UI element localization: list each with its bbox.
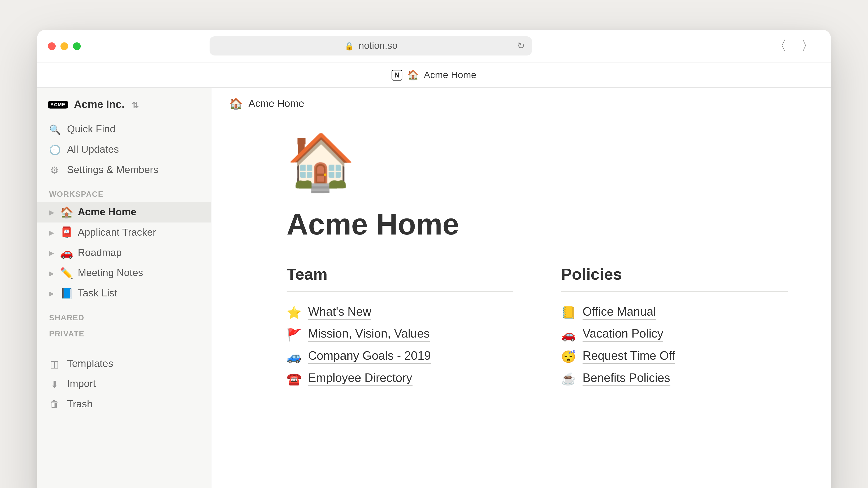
url-bar[interactable]: 🔒 notion.so ↻ (210, 36, 532, 55)
nav-label: Settings & Members (67, 164, 158, 176)
mailbox-icon: 📮 (60, 226, 73, 239)
gear-icon: ⚙ (49, 164, 60, 175)
flag-icon: 🚩 (287, 327, 301, 341)
all-updates-button[interactable]: 🕘 All Updates (37, 140, 211, 160)
caret-right-icon[interactable]: ▶ (49, 229, 55, 236)
sidebar-page-label: Meeting Notes (78, 267, 143, 279)
nav-arrows: 〈 〉 (774, 37, 814, 55)
phone-icon: ☎️ (287, 371, 301, 385)
notion-logo-icon: N (392, 70, 403, 80)
settings-members-button[interactable]: ⚙ Settings & Members (37, 160, 211, 180)
star-icon: ⭐ (287, 305, 301, 319)
link-label: Request Time Off (583, 349, 675, 364)
link-label: Employee Directory (308, 371, 412, 386)
nav-label: Quick Find (67, 123, 116, 135)
import-button[interactable]: ⬇ Import (37, 374, 211, 394)
window-controls (48, 42, 81, 50)
house-icon: 🏠 (60, 206, 73, 219)
link-employee-directory[interactable]: ☎️ Employee Directory (287, 367, 513, 390)
chevrons-up-down-icon: ⇅ (132, 100, 139, 109)
link-whats-new[interactable]: ⭐ What's New (287, 301, 513, 323)
sidebar-page-roadmap[interactable]: ▶ 🚗 Roadmap (37, 242, 211, 263)
pencil-icon: ✏️ (60, 267, 73, 280)
car-icon: 🚙 (287, 349, 301, 363)
workspace-badge-icon: ACME (48, 101, 68, 108)
coffee-icon: ☕ (561, 371, 575, 385)
link-label: Mission, Vision, Values (308, 327, 430, 342)
back-button[interactable]: 〈 (774, 37, 786, 55)
search-icon: 🔍 (49, 124, 60, 135)
link-label: Office Manual (583, 305, 656, 320)
team-heading: Team (287, 265, 513, 292)
link-label: Vacation Policy (583, 327, 663, 342)
notebook-icon: 📘 (60, 287, 73, 300)
nav-label: All Updates (67, 144, 119, 156)
caret-right-icon[interactable]: ▶ (49, 208, 55, 216)
link-mission-vision-values[interactable]: 🚩 Mission, Vision, Values (287, 323, 513, 346)
sleeping-face-icon: 😴 (561, 349, 575, 363)
forward-button[interactable]: 〉 (801, 37, 814, 55)
sidebar-page-meeting-notes[interactable]: ▶ ✏️ Meeting Notes (37, 263, 211, 283)
browser-chrome: 🔒 notion.so ↻ 〈 〉 (37, 30, 831, 63)
caret-right-icon[interactable]: ▶ (49, 249, 55, 257)
policies-column: Policies 📒 Office Manual 🚗 Vacation Poli… (561, 265, 788, 390)
team-column: Team ⭐ What's New 🚩 Mission, Vision, Val… (287, 265, 513, 390)
workspace-picker[interactable]: ACME Acme Inc. ⇅ (37, 95, 211, 119)
section-shared: SHARED (37, 304, 211, 326)
browser-window: 🔒 notion.so ↻ 〈 〉 N 🏠 Acme Home ACME Acm… (37, 30, 831, 488)
section-workspace: WORKSPACE (37, 180, 211, 202)
util-label: Import (67, 378, 96, 390)
trash-button[interactable]: 🗑 Trash (37, 394, 211, 415)
download-icon: ⬇ (49, 379, 60, 390)
link-benefits-policies[interactable]: ☕ Benefits Policies (561, 367, 788, 390)
house-icon: 🏠 (229, 97, 242, 110)
util-label: Templates (67, 358, 113, 370)
car-icon: 🚗 (60, 246, 73, 259)
link-label: What's New (308, 305, 371, 320)
sidebar: ACME Acme Inc. ⇅ 🔍 Quick Find 🕘 All Upda… (37, 88, 211, 488)
url-host: notion.so (359, 41, 397, 52)
sidebar-page-label: Roadmap (78, 247, 122, 259)
lock-icon: 🔒 (344, 41, 354, 51)
quick-find-button[interactable]: 🔍 Quick Find (37, 119, 211, 140)
link-company-goals[interactable]: 🚙 Company Goals - 2019 (287, 346, 513, 367)
tab-emoji: 🏠 (407, 69, 419, 80)
tab-strip: N 🏠 Acme Home (37, 63, 831, 88)
breadcrumb[interactable]: 🏠 Acme Home (229, 97, 807, 110)
minimize-window-button[interactable] (60, 42, 68, 50)
zoom-window-button[interactable] (73, 42, 81, 50)
sidebar-page-task-list[interactable]: ▶ 📘 Task List (37, 283, 211, 304)
link-label: Company Goals - 2019 (308, 349, 431, 364)
policies-heading: Policies (561, 265, 788, 292)
page-title[interactable]: Acme Home (287, 207, 807, 241)
link-vacation-policy[interactable]: 🚗 Vacation Policy (561, 323, 788, 346)
util-label: Trash (67, 398, 92, 411)
caret-right-icon[interactable]: ▶ (49, 290, 55, 297)
page-content: 🏠 Acme Home 🏠 Acme Home Team ⭐ What's Ne… (211, 88, 831, 488)
trash-icon: 🗑 (49, 399, 60, 410)
refresh-icon[interactable]: ↻ (517, 41, 525, 52)
templates-button[interactable]: ◫ Templates (37, 354, 211, 374)
car-icon: 🚗 (561, 327, 575, 341)
section-private: PRIVATE (37, 326, 211, 341)
sidebar-page-label: Task List (78, 287, 117, 299)
clock-icon: 🕘 (49, 144, 60, 156)
page-hero-icon[interactable]: 🏠 (287, 134, 807, 189)
sidebar-page-label: Applicant Tracker (78, 227, 156, 238)
link-request-time-off[interactable]: 😴 Request Time Off (561, 346, 788, 367)
link-office-manual[interactable]: 📒 Office Manual (561, 301, 788, 323)
sidebar-page-label: Acme Home (78, 206, 136, 218)
breadcrumb-title: Acme Home (248, 98, 304, 110)
link-label: Benefits Policies (583, 371, 670, 386)
ledger-icon: 📒 (561, 305, 575, 319)
templates-icon: ◫ (49, 358, 60, 369)
close-window-button[interactable] (48, 42, 56, 50)
tab-title: Acme Home (424, 70, 476, 80)
sidebar-page-applicant-tracker[interactable]: ▶ 📮 Applicant Tracker (37, 223, 211, 243)
sidebar-page-acme-home[interactable]: ▶ 🏠 Acme Home (37, 202, 211, 223)
caret-right-icon[interactable]: ▶ (49, 269, 55, 277)
workspace-name: Acme Inc. (74, 98, 125, 111)
